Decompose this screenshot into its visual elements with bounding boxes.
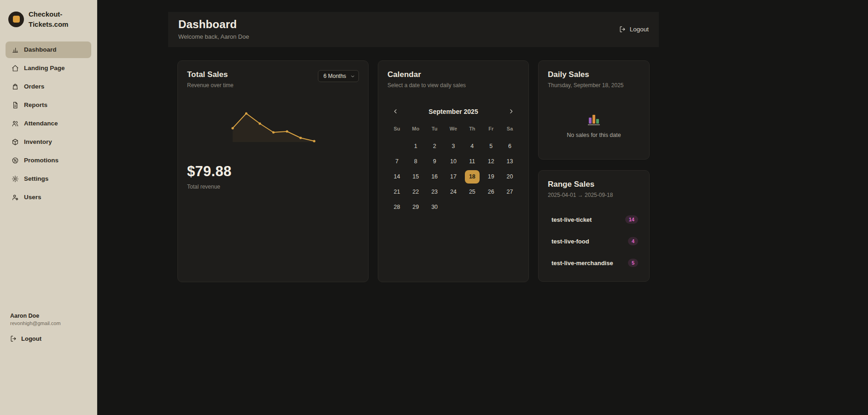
sidebar-item-users[interactable]: Users	[6, 189, 91, 206]
calendar-day-21[interactable]: 21	[387, 184, 406, 200]
shopping-bag-icon	[12, 83, 19, 90]
calendar-day-8[interactable]: 8	[406, 154, 425, 169]
home-icon	[12, 65, 19, 72]
calendar-day-number: 19	[484, 170, 499, 184]
calendar-day-number: 9	[427, 155, 442, 168]
calendar-day-24[interactable]: 24	[444, 184, 463, 200]
calendar-weekdays: SuMoTuWeThFrSa	[387, 126, 519, 131]
bar-chart-icon	[12, 46, 19, 53]
sidebar-item-reports[interactable]: Reports	[6, 97, 91, 113]
calendar-day-27[interactable]: 27	[500, 184, 519, 200]
calendar-day-5[interactable]: 5	[481, 139, 500, 154]
range-sales-title: Range Sales	[548, 180, 640, 189]
calendar-day-25[interactable]: 25	[463, 184, 481, 200]
calendar-day-29[interactable]: 29	[406, 200, 425, 215]
weekday-label: Tu	[425, 126, 444, 131]
logout-icon	[10, 335, 17, 342]
calendar-day-28[interactable]: 28	[387, 200, 406, 215]
calendar-day-30[interactable]: 30	[425, 200, 444, 215]
range-item-count-badge: 14	[625, 215, 638, 224]
calendar-day-13[interactable]: 13	[500, 154, 519, 169]
calendar-day-17[interactable]: 17	[444, 169, 463, 184]
calendar-day-number: 20	[503, 170, 517, 184]
calendar-day-10[interactable]: 10	[444, 154, 463, 169]
logout-button[interactable]: Logout	[619, 26, 649, 33]
weekday-label: Su	[387, 126, 406, 131]
calendar-day-14[interactable]: 14	[387, 169, 406, 184]
calendar-day-18[interactable]: 18	[463, 169, 481, 184]
calendar-day-2[interactable]: 2	[425, 139, 444, 154]
brand: Checkout-Tickets.com	[6, 7, 91, 30]
sidebar-logout-button[interactable]: Logout	[10, 335, 87, 342]
sidebar-item-label: Attendance	[24, 120, 58, 127]
sidebar-item-dashboard[interactable]: Dashboard	[6, 42, 91, 58]
calendar-day-20[interactable]: 20	[500, 169, 519, 184]
page-subtitle: Welcome back, Aaron Doe	[178, 33, 249, 40]
calendar-day-4[interactable]: 4	[463, 139, 481, 154]
sidebar-user-email: revonhigh@gmail.com	[10, 320, 87, 326]
sidebar-item-inventory[interactable]: Inventory	[6, 134, 91, 150]
calendar-day-number: 11	[465, 155, 480, 168]
calendar-nav: September 2025	[387, 106, 519, 117]
calendar-day-number: 27	[503, 185, 517, 199]
calendar-next-button[interactable]	[506, 106, 516, 117]
calendar-day-22[interactable]: 22	[406, 184, 425, 200]
total-sales-heading: Total Sales Revenue over time	[187, 70, 234, 89]
calendar-day-number: 7	[389, 155, 404, 168]
cards-row: Total Sales Revenue over time 6 Months $…	[177, 60, 650, 282]
sidebar-item-settings[interactable]: Settings	[6, 171, 91, 187]
calendar-day-19[interactable]: 19	[481, 169, 500, 184]
calendar-day-number: 15	[408, 170, 423, 184]
total-sales-card-head: Total Sales Revenue over time 6 Months	[187, 70, 359, 89]
calendar-day-1[interactable]: 1	[406, 139, 425, 154]
topbar: Dashboard Welcome back, Aaron Doe Logout	[168, 12, 659, 47]
calendar-empty-cell	[387, 139, 406, 154]
daily-sales-empty-message: No sales for this date	[548, 132, 640, 138]
revenue-line-chart	[187, 101, 359, 148]
calendar-day-23[interactable]: 23	[425, 184, 444, 200]
daily-sales-empty-state: No sales for this date	[548, 113, 640, 138]
calendar-day-16[interactable]: 16	[425, 169, 444, 184]
calendar-grid: 1234567891011121314151617181920212223242…	[387, 139, 519, 215]
calendar-day-15[interactable]: 15	[406, 169, 425, 184]
calendar-day-number: 2	[427, 140, 442, 153]
sidebar-item-landing-page[interactable]: Landing Page	[6, 60, 91, 77]
period-select[interactable]: 6 Months	[318, 70, 359, 82]
right-column: Daily Sales Thursday, September 18, 2025…	[538, 60, 650, 282]
range-sales-item: test-live-merchandise5	[548, 256, 640, 269]
range-sales-card: Range Sales 2025-04-01 → 2025-09-18 test…	[538, 170, 650, 282]
calendar-card: Calendar Select a date to view daily sal…	[378, 60, 529, 282]
sidebar-item-orders[interactable]: Orders	[6, 78, 91, 95]
calendar-day-number: 23	[427, 185, 442, 199]
sidebar-item-promotions[interactable]: Promotions	[6, 152, 91, 169]
range-sales-range: 2025-04-01 → 2025-09-18	[548, 192, 640, 198]
calendar-day-11[interactable]: 11	[463, 154, 481, 169]
range-sales-item: test-live-ticket14	[548, 213, 640, 226]
sidebar-item-label: Dashboard	[24, 46, 57, 53]
total-sales-subtitle: Revenue over time	[187, 82, 234, 89]
range-sales-item: test-live-food4	[548, 235, 640, 248]
range-item-label: test-live-ticket	[551, 216, 592, 223]
calendar-title: Calendar	[387, 70, 519, 79]
calendar-day-number: 4	[465, 140, 480, 153]
calendar-selected-day: 18	[465, 170, 480, 184]
calendar-day-number: 16	[427, 170, 442, 184]
user-gear-icon	[12, 194, 19, 201]
brand-logo-icon	[8, 12, 24, 27]
sidebar-item-attendance[interactable]: Attendance	[6, 115, 91, 132]
calendar-day-12[interactable]: 12	[481, 154, 500, 169]
calendar-day-6[interactable]: 6	[500, 139, 519, 154]
calendar-day-26[interactable]: 26	[481, 184, 500, 200]
calendar-day-9[interactable]: 9	[425, 154, 444, 169]
calendar-day-7[interactable]: 7	[387, 154, 406, 169]
calendar-month-label: September 2025	[428, 108, 478, 115]
calendar-prev-button[interactable]	[390, 106, 401, 117]
calendar-subtitle: Select a date to view daily sales	[387, 82, 519, 89]
sidebar-item-label: Settings	[24, 175, 48, 182]
weekday-label: Sa	[500, 126, 519, 131]
weekday-label: We	[444, 126, 463, 131]
calendar-day-3[interactable]: 3	[444, 139, 463, 154]
range-item-label: test-live-merchandise	[551, 260, 613, 267]
sidebar-item-label: Inventory	[24, 138, 52, 145]
sidebar-item-label: Promotions	[24, 157, 59, 164]
